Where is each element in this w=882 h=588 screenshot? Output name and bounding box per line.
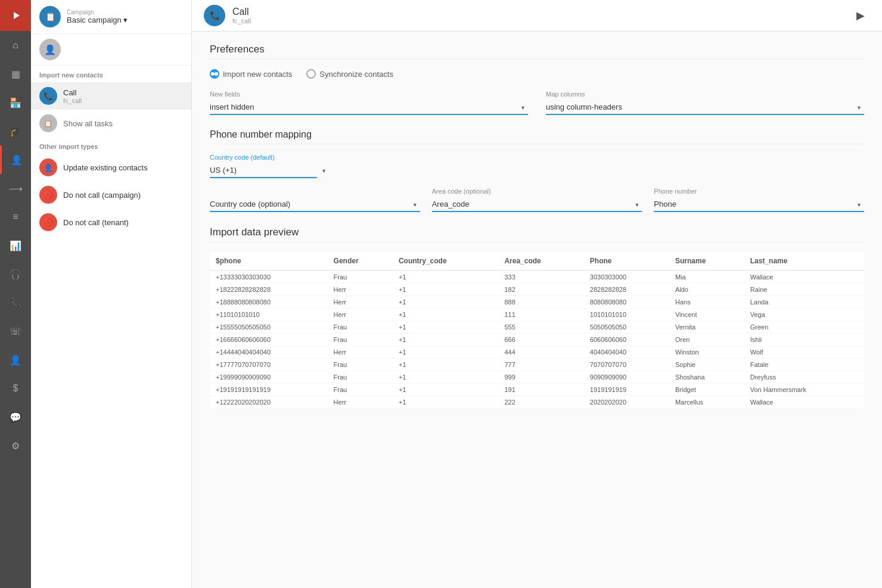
table-cell-r8-c1: Frau <box>328 371 393 384</box>
table-cell-r7-c1: Frau <box>328 359 393 371</box>
table-row: +18888080808080Herr+18888080808080HansLa… <box>210 296 864 309</box>
table-cell-r8-c0: +19999090909090 <box>210 371 328 384</box>
table-cell-r3-c3: 111 <box>498 309 583 321</box>
nav-person[interactable]: 👤 <box>0 346 31 374</box>
phone-number-label: Phone number <box>654 188 864 195</box>
table-cell-r1-c4: 2828282828 <box>584 284 669 296</box>
nav-settings[interactable]: ⚙ <box>0 431 31 460</box>
radio-import-new-circle <box>210 69 219 79</box>
new-fields-select[interactable]: insert hidden insert visible ignore <box>210 100 528 115</box>
table-cell-r0-c0: +13333030303030 <box>210 270 328 284</box>
area-code-wrapper: Area_code None <box>432 197 642 212</box>
table-cell-r4-c4: 5050505050 <box>584 321 669 334</box>
area-code-select[interactable]: Area_code None <box>432 197 642 212</box>
table-cell-r8-c4: 9090909090 <box>584 371 669 384</box>
nav-dollar[interactable]: $ <box>0 374 31 403</box>
sidebar-item-dnd-tenant[interactable]: 🚫 Do not call (tenant) <box>31 209 191 236</box>
table-cell-r2-c1: Herr <box>328 296 393 309</box>
table-cell-r4-c6: Green <box>744 321 864 334</box>
table-cell-r6-c1: Herr <box>328 346 393 359</box>
campaign-icon: 📋 <box>39 6 61 27</box>
dnd-tenant-icon: 🚫 <box>39 213 57 231</box>
radio-synchronize[interactable]: Synchronize contacts <box>306 69 393 79</box>
table-col-_phone: $phone <box>210 252 328 270</box>
radio-import-new[interactable]: Import new contacts <box>210 69 292 79</box>
campaign-label: Campaign <box>67 9 128 15</box>
table-cell-r10-c0: +12222020202020 <box>210 396 328 409</box>
app-logo[interactable] <box>0 0 31 31</box>
nav-education[interactable]: 🎓 <box>0 117 31 145</box>
table-row: +15555050505050Frau+15555050505050Vernit… <box>210 321 864 334</box>
nav-home[interactable]: ⌂ <box>0 31 31 60</box>
table-col-area_code: Area_code <box>498 252 583 270</box>
preferences-title: Preferences <box>210 43 864 60</box>
table-cell-r4-c0: +15555050505050 <box>210 321 328 334</box>
table-cell-r0-c4: 3030303000 <box>584 270 669 284</box>
table-row: +16666060606060Frau+16666060606060OrenIs… <box>210 334 864 346</box>
table-cell-r2-c6: Landa <box>744 296 864 309</box>
table-cell-r9-c5: Bridget <box>669 384 744 396</box>
country-code-select-wrapper: US (+1) DE (+49) FR (+33) GB (+44) <box>210 163 329 178</box>
country-code-optional-col: Country code (optional) US (+1) DE (+49) <box>210 195 420 212</box>
nav-contacts[interactable]: 👤 <box>0 145 31 174</box>
sidebar-item-show-all[interactable]: 📋 Show all tasks <box>31 110 191 137</box>
table-cell-r10-c1: Herr <box>328 396 393 409</box>
table-cell-r7-c4: 7070707070 <box>584 359 669 371</box>
header-call-icon: 📞 <box>204 5 225 26</box>
table-cell-r3-c2: +1 <box>393 309 499 321</box>
table-cell-r6-c5: Winston <box>669 346 744 359</box>
table-cell-r9-c0: +19191919191919 <box>210 384 328 396</box>
table-cell-r9-c2: +1 <box>393 384 499 396</box>
nav-chart[interactable]: 📊 <box>0 231 31 260</box>
map-columns-select[interactable]: using column-headers manual mapping <box>546 100 864 115</box>
table-cell-r8-c5: Shoshana <box>669 371 744 384</box>
table-cell-r10-c3: 222 <box>498 396 583 409</box>
table-cell-r7-c0: +17777070707070 <box>210 359 328 371</box>
table-cell-r9-c6: Von Hammersmark <box>744 384 864 396</box>
nav-chat[interactable]: 💬 <box>0 403 31 431</box>
table-cell-r2-c5: Hans <box>669 296 744 309</box>
country-code-optional-select[interactable]: Country code (optional) US (+1) DE (+49) <box>210 197 420 212</box>
main-content: Preferences Import new contacts Synchron… <box>192 32 882 588</box>
table-cell-r4-c1: Frau <box>328 321 393 334</box>
table-cell-r3-c5: Vincent <box>669 309 744 321</box>
mapping-row: Country code (optional) US (+1) DE (+49)… <box>210 188 864 212</box>
nav-phone[interactable]: 📞 <box>0 288 31 317</box>
table-row: +19999090909090Frau+19999090909090Shosha… <box>210 371 864 384</box>
campaign-name[interactable]: Basic campaign ▾ <box>67 15 128 24</box>
import-section-title: Import new contacts <box>31 66 191 82</box>
play-button[interactable]: ▶ <box>851 6 870 25</box>
map-columns-select-wrapper: using column-headers manual mapping <box>546 100 864 115</box>
nav-headset[interactable]: 🎧 <box>0 260 31 288</box>
table-cell-r8-c6: Dreyfuss <box>744 371 864 384</box>
update-contacts-icon: 👤 <box>39 158 57 176</box>
dnd-campaign-icon: 🚫 <box>39 186 57 204</box>
user-avatar: 👤 <box>39 39 61 60</box>
sidebar-item-update-contacts[interactable]: 👤 Update existing contacts <box>31 154 191 181</box>
nav-list[interactable]: ≡ <box>0 203 31 231</box>
new-fields-group: New fields insert hidden insert visible … <box>210 91 528 115</box>
table-cell-r4-c2: +1 <box>393 321 499 334</box>
table-cell-r7-c3: 777 <box>498 359 583 371</box>
sidebar-user: 👤 <box>31 34 191 66</box>
table-cell-r6-c3: 444 <box>498 346 583 359</box>
table-cell-r6-c0: +14444040404040 <box>210 346 328 359</box>
table-cell-r1-c3: 182 <box>498 284 583 296</box>
nav-store[interactable]: 🏪 <box>0 88 31 117</box>
nav-phone-alt[interactable]: ☏ <box>0 317 31 346</box>
nav-flow[interactable]: ⟶ <box>0 174 31 203</box>
country-code-row: Country code (default) US (+1) DE (+49) … <box>210 154 864 178</box>
country-code-select[interactable]: US (+1) DE (+49) FR (+33) GB (+44) <box>210 163 317 178</box>
sidebar-item-call[interactable]: 📞 Call fc_call <box>31 82 191 110</box>
header-title-group: Call fc_call <box>232 7 251 24</box>
table-cell-r4-c5: Vernita <box>669 321 744 334</box>
phone-number-select[interactable]: Phone Mobile Work <box>654 197 864 212</box>
show-all-icon: 📋 <box>39 114 57 132</box>
phone-number-col: Phone number Phone Mobile Work <box>654 188 864 212</box>
nav-grid[interactable]: ▦ <box>0 60 31 88</box>
radio-synchronize-circle <box>306 69 316 79</box>
table-row: +12222020202020Herr+12222020202020Marcel… <box>210 396 864 409</box>
new-fields-select-wrapper: insert hidden insert visible ignore <box>210 100 528 115</box>
table-cell-r2-c3: 888 <box>498 296 583 309</box>
sidebar-item-dnd-campaign[interactable]: 🚫 Do not call (campaign) <box>31 181 191 209</box>
